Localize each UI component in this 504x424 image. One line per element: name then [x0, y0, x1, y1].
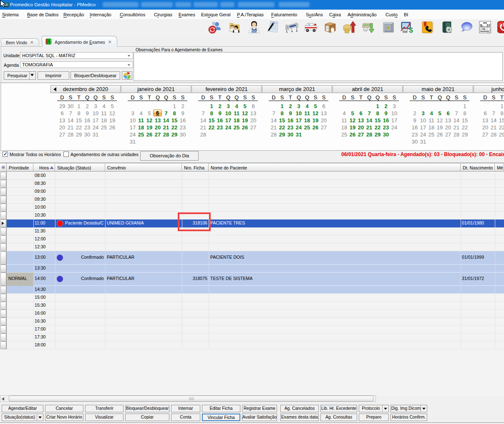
svg-text:$: $	[409, 26, 413, 34]
